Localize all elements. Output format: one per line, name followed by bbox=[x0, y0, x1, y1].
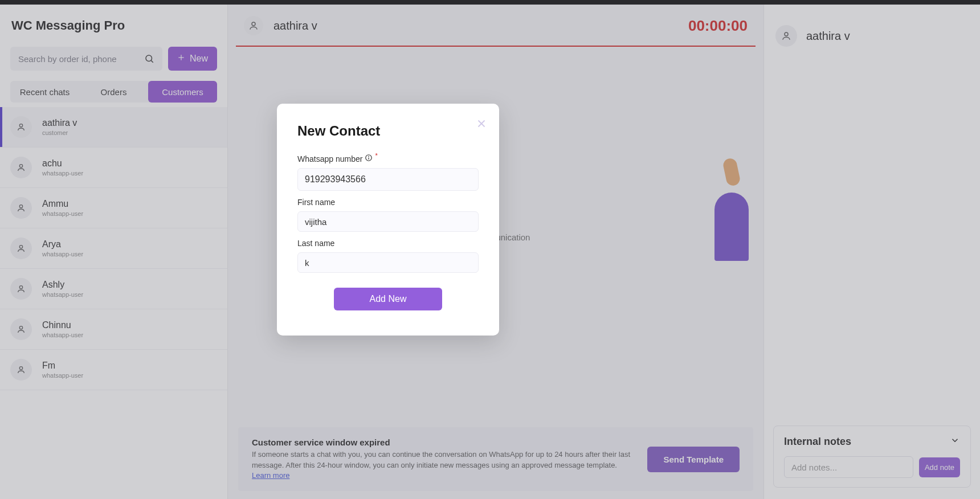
last-name-input[interactable] bbox=[297, 252, 479, 273]
close-icon[interactable] bbox=[475, 117, 488, 132]
svg-point-17 bbox=[369, 156, 369, 157]
required-asterisk: * bbox=[375, 152, 377, 159]
first-name-input[interactable] bbox=[297, 211, 479, 232]
new-contact-modal: New Contact Whatsapp number * First name… bbox=[277, 104, 499, 336]
first-name-label: First name bbox=[297, 198, 335, 207]
add-new-contact-button[interactable]: Add New bbox=[334, 288, 442, 310]
modal-overlay[interactable]: New Contact Whatsapp number * First name… bbox=[0, 0, 980, 499]
whatsapp-number-input[interactable] bbox=[297, 168, 479, 191]
info-icon[interactable] bbox=[365, 154, 373, 163]
modal-title: New Contact bbox=[297, 123, 479, 139]
whatsapp-number-label: Whatsapp number bbox=[297, 154, 362, 163]
last-name-label: Last name bbox=[297, 239, 334, 248]
